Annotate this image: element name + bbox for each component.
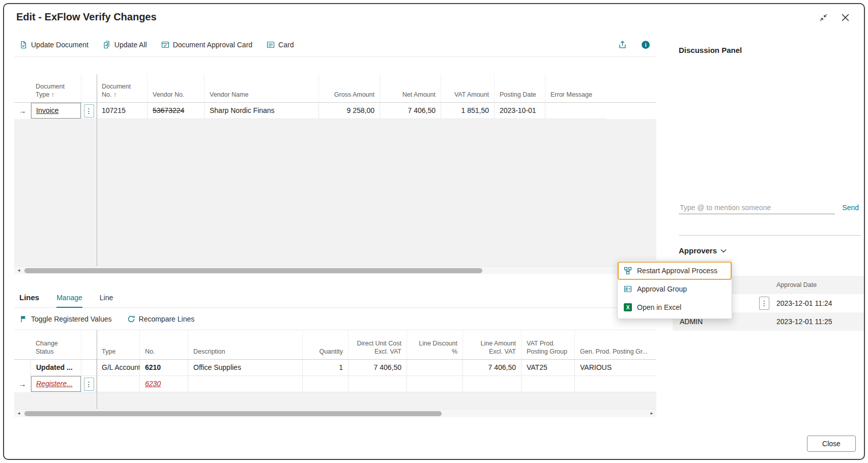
row-indicator-cell: → [14, 103, 31, 119]
cell-no[interactable]: 6210 [140, 360, 188, 376]
cell-posting-date[interactable]: 2023-10-01 [495, 103, 545, 119]
menu-item-approval-group[interactable]: Approval Group [618, 280, 732, 298]
column-header-line-amount[interactable]: Line Amount Excl. VAT [463, 330, 522, 359]
cell-vat-amount[interactable]: 1 851,50 [441, 103, 495, 119]
action-label: Update All [114, 41, 147, 49]
cell-vendor-name[interactable]: Sharp Nordic Finans [205, 103, 319, 119]
main-content: Update Document Update All Document Appr… [14, 33, 656, 417]
chevron-down-icon [720, 249, 727, 253]
column-header-vat-amount[interactable]: VAT Amount [441, 74, 495, 102]
cell-vat-prod-posting-group[interactable] [522, 376, 575, 392]
cell-line-amount[interactable] [463, 376, 522, 392]
row-menu-button[interactable]: ⋮ [84, 378, 94, 391]
approval-date-cell: 2023-12-01 11:24 [772, 299, 865, 307]
mention-input[interactable] [679, 201, 835, 214]
current-row-arrow-icon: → [19, 377, 26, 392]
scroll-left-icon[interactable]: ◄ [14, 267, 23, 275]
update-document-button[interactable]: Update Document [19, 41, 89, 49]
cell-change-status[interactable]: Registere... [31, 376, 81, 392]
lines-section-header: Lines Manage Line [14, 287, 656, 308]
column-header-line-discount[interactable]: Line Discount % [407, 330, 463, 359]
approvers-section-header[interactable]: Approvers [679, 246, 727, 255]
cell-no[interactable]: 6230 [140, 376, 188, 392]
cell-quantity[interactable] [303, 376, 349, 392]
column-header-document-no[interactable]: Document No. ↑ [97, 74, 148, 102]
tab-line[interactable]: Line [100, 287, 113, 307]
column-header-error-message[interactable]: Error Message [545, 74, 606, 102]
cell-quantity[interactable]: 1 [303, 360, 349, 376]
cell-type[interactable] [97, 376, 140, 392]
actions-toolbar: Update Document Update All Document Appr… [14, 33, 656, 57]
column-header-description[interactable]: Description [188, 330, 303, 359]
update-document-icon [19, 41, 27, 49]
tab-manage[interactable]: Manage [56, 287, 82, 307]
scroll-right-icon[interactable]: ► [647, 410, 656, 418]
column-header-document-type[interactable]: Document Type ↑ [31, 74, 81, 102]
cell-change-status[interactable]: Updated ... [31, 360, 81, 376]
lines-hscrollbar[interactable]: ◄ ► [14, 409, 656, 417]
cell-type[interactable]: G/L Account [97, 360, 140, 376]
header-menu-cell [81, 74, 97, 102]
collapse-button[interactable] [819, 13, 828, 22]
cell-line-discount[interactable] [407, 360, 463, 376]
cell-vat-prod-posting-group[interactable]: VAT25 [522, 360, 575, 376]
cell-line-amount[interactable]: 7 406,50 [463, 360, 522, 376]
menu-item-restart-approval-process[interactable]: Restart Approval Process [618, 262, 732, 280]
share-button[interactable] [618, 40, 627, 49]
column-header-gen-prod-posting-group[interactable]: Gen. Prod. Posting Gr... [575, 330, 656, 359]
scroll-left-icon[interactable]: ◄ [14, 410, 23, 418]
column-header-vendor-no[interactable]: Vendor No. [148, 74, 205, 102]
cell-gross-amount[interactable]: 9 258,00 [319, 103, 380, 119]
column-header-net-amount[interactable]: Net Amount [380, 74, 441, 102]
column-header-vat-prod-posting-group[interactable]: VAT Prod. Posting Group [522, 330, 575, 359]
close-window-button[interactable] [841, 13, 850, 22]
cell-direct-unit-cost[interactable]: 7 406,50 [349, 360, 407, 376]
menu-item-open-in-excel[interactable]: X Open in Excel [618, 298, 732, 316]
cell-row-menu [81, 360, 97, 376]
document-approval-card-button[interactable]: Document Approval Card [161, 41, 252, 49]
line-row-updated: Updated ... G/L Account 6210 Office Supp… [14, 360, 656, 376]
scrollbar-thumb[interactable] [24, 268, 482, 273]
approval-group-icon [624, 285, 632, 293]
recompare-lines-button[interactable]: Recompare Lines [127, 315, 195, 323]
approver-row-menu-button[interactable]: ⋮ [759, 297, 769, 310]
toggle-registered-values-button[interactable]: Toggle Registered Values [19, 315, 112, 323]
lines-title: Lines [19, 293, 39, 302]
column-header-quantity[interactable]: Quantity [303, 330, 349, 359]
documents-hscrollbar[interactable]: ◄ ► [14, 266, 656, 274]
row-menu-button[interactable]: ⋮ [84, 104, 94, 118]
cell-document-no[interactable]: 107215 [97, 103, 148, 119]
column-header-change-status[interactable]: Change Status [31, 330, 81, 359]
cell-vendor-no[interactable]: 53673224 [148, 103, 205, 119]
cell-description[interactable] [188, 376, 303, 392]
card-button[interactable]: Card [267, 41, 294, 49]
action-label: Update Document [31, 41, 89, 49]
update-all-icon [103, 41, 111, 49]
column-header-posting-date[interactable]: Posting Date [495, 74, 545, 102]
close-button[interactable]: Close [807, 436, 856, 452]
info-icon: i [641, 40, 650, 49]
send-button[interactable]: Send [842, 204, 859, 214]
cell-description[interactable]: Office Supplies [188, 360, 303, 376]
cell-document-type[interactable]: Invoice [31, 103, 81, 119]
column-header-gross-amount[interactable]: Gross Amount [319, 74, 380, 102]
cell-gen-prod-posting-group[interactable] [575, 376, 656, 392]
cell-gen-prod-posting-group[interactable]: VARIOUS [575, 360, 656, 376]
approval-date-column-header[interactable]: Approval Date [772, 281, 865, 288]
card-icon [267, 41, 275, 49]
cell-direct-unit-cost[interactable] [349, 376, 407, 392]
scrollbar-thumb[interactable] [24, 411, 442, 416]
info-button[interactable]: i [641, 40, 650, 49]
column-header-vendor-name[interactable]: Vendor Name [205, 74, 319, 102]
cell-error-message[interactable] [545, 103, 606, 119]
registered-status-link[interactable]: Registere... [36, 380, 73, 388]
update-all-button[interactable]: Update All [103, 41, 147, 49]
column-header-type[interactable]: Type [97, 330, 140, 359]
cell-net-amount[interactable]: 7 406,50 [380, 103, 441, 119]
column-header-direct-unit-cost[interactable]: Direct Unit Cost Excl. VAT [349, 330, 407, 359]
approval-date-cell: 2023-12-01 11:25 [772, 317, 865, 326]
cell-line-discount[interactable] [407, 376, 463, 392]
column-header-no[interactable]: No. [140, 330, 188, 359]
document-type-link[interactable]: Invoice [36, 106, 59, 114]
action-label: Recompare Lines [139, 315, 195, 323]
